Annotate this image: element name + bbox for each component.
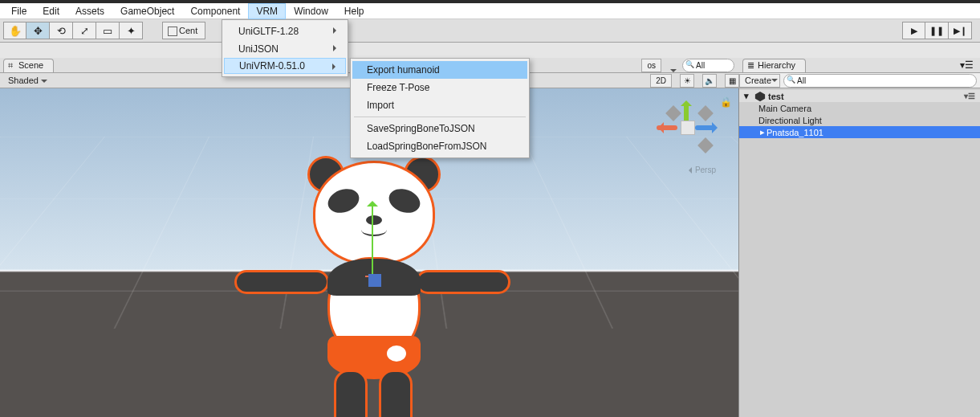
menubar: File Edit Assets GameObject Component VR… — [0, 3, 980, 19]
lighting-toggle-icon[interactable]: ☀ — [680, 74, 694, 88]
projection-label[interactable]: Persp — [685, 166, 716, 174]
scale-tool-button[interactable]: ⤢ — [73, 22, 96, 39]
scene-tab[interactable]: Scene — [3, 59, 54, 72]
hierarchy-item[interactable]: Directional Light — [739, 114, 980, 126]
save-springbone-item[interactable]: SaveSpringBoneToJSON — [352, 120, 527, 137]
orientation-gizmo[interactable] — [660, 100, 716, 156]
scene-root-row[interactable]: ▾ test ▾☰ — [739, 90, 980, 102]
move-tool-button[interactable]: ✥ — [26, 22, 50, 39]
menu-component[interactable]: Component — [182, 3, 248, 19]
create-dropdown[interactable]: Create — [739, 74, 780, 88]
menu-gameobject[interactable]: GameObject — [112, 3, 182, 19]
vrm-menu-item[interactable]: UniGLTF-1.28 — [224, 22, 346, 40]
play-button[interactable]: ▶ — [902, 22, 925, 39]
expand-arrow-icon[interactable]: ▸ — [758, 127, 767, 137]
menu-help[interactable]: Help — [336, 3, 372, 19]
pause-button[interactable]: ❚❚ — [925, 22, 949, 39]
scene-name-label: test — [768, 92, 784, 101]
rotate-tool-button[interactable]: ⟲ — [50, 22, 73, 39]
step-button[interactable]: ▶❙ — [949, 22, 972, 39]
menu-edit[interactable]: Edit — [35, 3, 67, 19]
export-humanoid-item[interactable]: Export humanoid — [352, 61, 527, 79]
scene-search-input[interactable]: All — [682, 59, 734, 72]
hierarchy-search-input[interactable]: All — [783, 74, 977, 88]
scene-row-menu-icon[interactable]: ▾☰ — [964, 92, 975, 100]
chevron-right-icon — [333, 27, 340, 34]
hierarchy-item-selected[interactable]: ▸ Pnatsda_1101 — [739, 126, 980, 138]
load-springbone-item[interactable]: LoadSpringBoneFromJSON — [352, 137, 527, 155]
menu-vrm[interactable]: VRM — [248, 3, 286, 19]
hierarchy-tab[interactable]: Hierarchy — [742, 59, 806, 72]
hierarchy-panel: Hierarchy ▾☰ Create All ▾ test ▾☰ Main C… — [739, 58, 980, 417]
shading-mode-dropdown[interactable]: Shaded — [5, 76, 50, 85]
unity-logo-icon — [754, 91, 766, 102]
menu-assets[interactable]: Assets — [67, 3, 112, 19]
model-panda[interactable] — [225, 169, 522, 417]
transform-tool-button[interactable]: ✦ — [120, 22, 143, 39]
lock-icon[interactable]: 🔒 — [720, 96, 732, 108]
pivot-center-button[interactable]: Cent — [162, 22, 205, 39]
vrm-menu-item-univrm[interactable]: UniVRM-0.51.0 — [224, 58, 346, 74]
hierarchy-tree: ▾ test ▾☰ Main Camera Directional Light … — [739, 88, 980, 417]
chevron-right-icon — [332, 63, 339, 70]
svg-marker-0 — [755, 91, 765, 100]
freeze-tpose-item[interactable]: Freeze T-Pose — [352, 79, 527, 96]
hierarchy-panel-menu-icon[interactable]: ▾☰ — [957, 59, 977, 71]
menu-file[interactable]: File — [3, 3, 35, 19]
hierarchy-item[interactable]: Main Camera — [739, 102, 980, 114]
rect-tool-button[interactable]: ▭ — [96, 22, 120, 39]
expand-arrow-icon[interactable]: ▾ — [742, 91, 750, 101]
univrm-submenu: Export humanoid Freeze T-Pose Import Sav… — [350, 58, 530, 158]
vrm-menu: UniGLTF-1.28 UniJSON UniVRM-0.51.0 — [222, 19, 348, 77]
hand-tool-button[interactable]: ✋ — [3, 22, 26, 39]
vrm-menu-item[interactable]: UniJSON — [224, 40, 346, 58]
fx-toggle-icon[interactable]: ▦ — [725, 74, 739, 88]
audio-toggle-icon[interactable]: 🔈 — [702, 74, 717, 88]
menu-window[interactable]: Window — [286, 3, 336, 19]
gizmos-dropdown[interactable]: os — [641, 59, 661, 72]
toolbar: ✋ ✥ ⟲ ⤢ ▭ ✦ Cent ▶ ❚❚ ▶❙ — [0, 19, 980, 43]
chevron-right-icon — [333, 45, 340, 51]
mode-2d-toggle[interactable]: 2D — [650, 74, 672, 88]
menu-separator — [354, 117, 526, 117]
import-item[interactable]: Import — [352, 96, 527, 114]
